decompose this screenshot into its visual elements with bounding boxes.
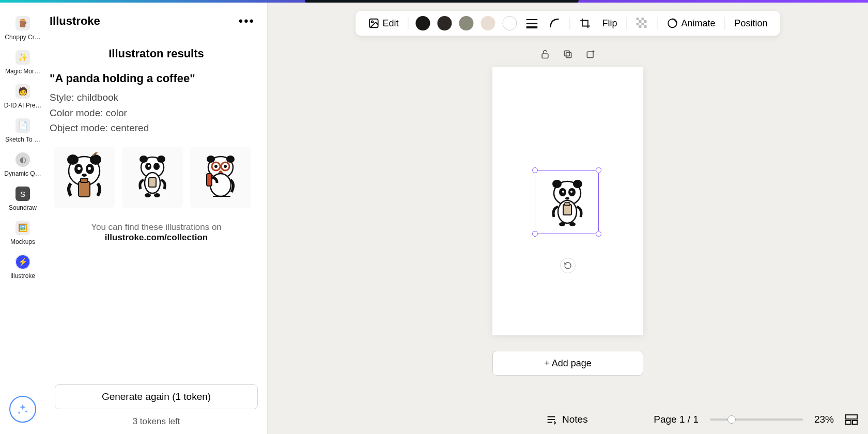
object-line: Object mode: centered [50, 121, 259, 135]
svg-rect-50 [587, 52, 593, 58]
svg-point-62 [559, 222, 565, 226]
corner-rounding-button[interactable] [547, 16, 562, 30]
result-thumb-3[interactable] [190, 147, 251, 208]
svg-rect-41 [644, 20, 646, 23]
svg-point-12 [140, 156, 148, 163]
svg-rect-9 [81, 178, 88, 182]
zoom-level[interactable]: 23% [814, 414, 834, 425]
svg-point-27 [224, 165, 227, 168]
find-text: You can find these illustrations on illu… [45, 222, 267, 243]
tokens-left: 3 tokens left [55, 416, 258, 427]
result-thumb-1[interactable] [54, 147, 115, 208]
svg-point-57 [570, 191, 572, 193]
svg-rect-48 [566, 53, 571, 58]
zoom-slider[interactable] [710, 419, 803, 421]
svg-rect-44 [639, 25, 641, 28]
svg-point-63 [569, 222, 576, 226]
svg-rect-34 [526, 19, 537, 20]
svg-point-58 [565, 197, 569, 200]
resize-handle-se[interactable] [596, 231, 601, 237]
panel-title: Illustroke [50, 14, 100, 28]
svg-point-20 [154, 193, 160, 197]
apps-rail: 🪵Choppy Cr… ✨Magic Mor… 🧑D-ID AI Pre… 📄S… [0, 3, 45, 434]
prompt-text: "A panda holding a coffee" [50, 72, 259, 85]
rail-item-magic-morph[interactable]: ✨Magic Mor… [2, 50, 43, 75]
duplicate-page-icon[interactable] [563, 49, 573, 59]
svg-point-1 [67, 154, 79, 165]
page-indicator[interactable]: Page 1 / 1 [654, 414, 699, 425]
svg-point-19 [145, 193, 151, 197]
add-page-button[interactable]: + Add page [492, 351, 643, 376]
svg-point-22 [207, 156, 215, 163]
svg-rect-42 [636, 23, 639, 25]
find-link[interactable]: illustroke.com/collection [105, 233, 208, 242]
canvas-area[interactable]: Edit Flip Animate Position [268, 3, 868, 434]
resize-handle-sw[interactable] [532, 231, 538, 237]
svg-rect-39 [641, 18, 644, 20]
svg-rect-66 [853, 421, 857, 424]
animate-button[interactable]: Animate [664, 16, 717, 30]
rail-item-dynamic-q[interactable]: ◐Dynamic Q… [2, 152, 43, 177]
color-swatch-4[interactable] [481, 16, 495, 30]
svg-rect-45 [644, 25, 646, 28]
add-page-icon[interactable] [585, 49, 596, 59]
svg-rect-64 [846, 415, 857, 419]
svg-rect-49 [564, 51, 569, 56]
illustroke-panel: Illustroke ••• Illustraton results "A pa… [45, 3, 268, 434]
canvas-page[interactable] [492, 67, 643, 335]
svg-point-7 [82, 174, 87, 177]
results-heading: Illustraton results [45, 47, 267, 60]
color-swatch-1[interactable] [415, 16, 430, 30]
ai-sparkle-button[interactable] [9, 396, 36, 423]
notes-button[interactable]: Notes [546, 414, 588, 425]
color-swatch-2[interactable] [437, 16, 452, 30]
result-thumb-2[interactable] [122, 147, 183, 208]
color-line: Color mode: color [50, 106, 259, 120]
svg-rect-35 [526, 23, 537, 24]
selected-element[interactable] [535, 170, 599, 234]
context-toolbar: Edit Flip Animate Position [355, 11, 780, 36]
rail-item-sketch-to[interactable]: 📄Sketch To … [2, 118, 43, 143]
color-swatch-3[interactable] [459, 16, 473, 30]
style-line: Style: childbook [50, 90, 259, 105]
svg-rect-40 [639, 20, 641, 23]
svg-rect-43 [641, 23, 644, 25]
rail-item-illustroke[interactable]: ⚡Illustroke [2, 255, 43, 280]
svg-point-2 [90, 154, 101, 165]
rail-item-choppy[interactable]: 🪵Choppy Cr… [2, 16, 43, 41]
canvas-footer: Notes Page 1 / 1 23% [535, 405, 868, 434]
resize-handle-nw[interactable] [532, 167, 538, 173]
svg-rect-30 [207, 174, 212, 186]
svg-rect-61 [565, 203, 570, 206]
transparency-button[interactable] [634, 16, 649, 30]
position-button[interactable]: Position [733, 17, 770, 30]
panda-illustration[interactable] [535, 171, 599, 235]
rail-item-did[interactable]: 🧑D-ID AI Pre… [2, 84, 43, 109]
resize-handle-ne[interactable] [596, 167, 601, 173]
flip-button[interactable]: Flip [600, 17, 619, 30]
rotate-handle[interactable] [560, 258, 576, 273]
color-swatch-5[interactable] [502, 16, 517, 30]
svg-rect-36 [526, 26, 537, 28]
svg-point-6 [88, 167, 91, 170]
lock-icon[interactable] [540, 49, 550, 59]
svg-point-13 [157, 156, 165, 163]
crop-button[interactable] [577, 16, 593, 30]
svg-point-33 [371, 21, 374, 23]
svg-point-5 [78, 167, 81, 170]
edit-image-button[interactable]: Edit [366, 16, 400, 30]
svg-rect-47 [542, 54, 548, 58]
results-thumbnails [45, 136, 267, 213]
generate-again-button[interactable]: Generate again (1 token) [55, 384, 258, 409]
svg-rect-60 [563, 205, 571, 215]
rail-item-mockups[interactable]: 🖼️Mockups [2, 221, 43, 245]
line-weight-button[interactable] [524, 17, 539, 30]
grid-view-icon[interactable] [845, 414, 858, 425]
svg-point-52 [552, 180, 562, 188]
rail-item-soundraw[interactable]: SSoundraw [2, 187, 43, 211]
svg-point-15 [153, 163, 160, 170]
more-menu-button[interactable]: ••• [235, 12, 259, 30]
svg-point-26 [214, 165, 218, 168]
svg-point-23 [226, 156, 235, 163]
svg-point-56 [562, 191, 564, 193]
